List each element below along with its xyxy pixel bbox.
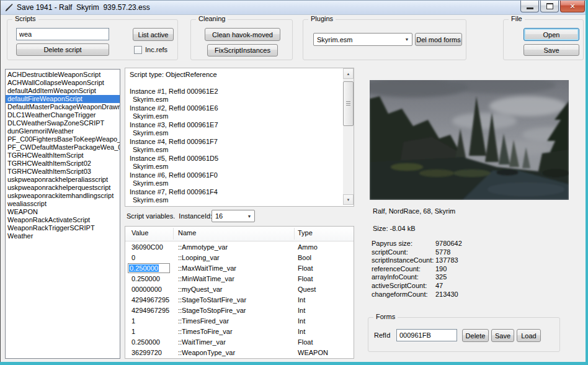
list-item[interactable]: WeaponRackTriggerSCRIPT <box>6 224 120 232</box>
instance-plugin: Skyrim.esm <box>130 112 339 121</box>
stat-row: referenceCount:190 <box>372 265 462 274</box>
inc-refs-label[interactable]: Inc.refs <box>145 46 167 53</box>
list-item[interactable]: uskpweaponrackhelperaliasscript <box>6 176 120 184</box>
list-item[interactable]: Weather <box>6 232 120 240</box>
list-item[interactable]: wealiasscript <box>6 200 120 208</box>
cell-value: 0.250000 <box>131 337 160 348</box>
table-row[interactable]: 4294967295::StageToStartFire_varInt <box>125 295 354 305</box>
table-row[interactable]: 1::TimesFired_varInt <box>125 316 354 327</box>
script-filter-input[interactable] <box>16 28 109 40</box>
variables-table-body: 36090C00::Ammotype_varAmmo0::Looping_var… <box>125 242 354 358</box>
title-bar[interactable]: Save 1941 - Ralf Skyrim 939.57.23.ess ✕ <box>1 1 586 15</box>
list-item[interactable]: DLC1WeatherChangeTrigger <box>6 111 120 119</box>
list-item[interactable]: TGRHCWealthItemScript <box>6 151 120 160</box>
instances-scrollbar[interactable]: ▲ ▼ <box>343 68 354 205</box>
save-size-label: Size: -8.04 kB <box>373 225 415 232</box>
stat-row: activeScriptCount:47 <box>372 282 462 291</box>
clean-havok-button[interactable]: Clean havok-moved <box>205 28 280 41</box>
list-item[interactable]: PF_CWDefaultMasterPackageWea_0 <box>6 143 120 151</box>
scroll-down-icon[interactable]: ▼ <box>343 194 354 205</box>
desktop-background: Save 1941 - Ralf Skyrim 939.57.23.ess ✕ … <box>0 0 588 365</box>
del-mod-forms-button[interactable]: Del mod forms <box>415 33 462 46</box>
list-item[interactable]: defaultAddItemWeaponScript <box>6 87 120 95</box>
table-row[interactable]: 0.250000::WaitTimer_varFloat <box>125 337 354 348</box>
minimize-icon <box>527 7 533 9</box>
stat-label: scriptInstanceCount: <box>372 256 435 265</box>
list-active-button[interactable]: List active <box>133 28 174 41</box>
file-group: File Open Save <box>503 19 584 60</box>
list-item[interactable]: ACHDestructibleWeaponScript <box>6 71 120 79</box>
list-item[interactable]: ACHWallCollapseWeaponScript <box>6 79 120 87</box>
stat-label: Papyrus size: <box>372 240 435 248</box>
file-group-label: File <box>509 15 525 22</box>
instance-title: Instance #1, RefId 000961E2 <box>130 88 339 96</box>
minimize-button[interactable] <box>520 1 539 12</box>
instance-title: Instance #7, RefId 000961F4 <box>130 188 339 197</box>
scrollbar-thumb[interactable] <box>343 81 354 126</box>
chevron-down-icon: ▼ <box>402 37 412 42</box>
scroll-up-icon[interactable]: ▲ <box>343 68 354 79</box>
list-item[interactable]: PF_C00FightersBaseToKeepWeapo_0 <box>6 135 120 143</box>
table-row[interactable]: 0::Looping_varBool <box>125 253 354 263</box>
cell-name: ::MaxWaitTime_var <box>178 263 236 274</box>
script-variables-label: Script variables. InstanceId: <box>127 212 212 220</box>
table-row[interactable]: 36090C00::Ammotype_varAmmo <box>125 242 354 253</box>
form-load-button[interactable]: Load <box>517 329 541 342</box>
cell-value: 1 <box>131 316 135 327</box>
column-header-name[interactable]: Name <box>178 229 196 237</box>
stat-row: Papyrus size:9780642 <box>372 240 462 248</box>
table-row[interactable]: 00000000::myQuest_varQuest <box>125 284 354 295</box>
instance-title: Instance #5, RefId 000961D5 <box>130 155 339 163</box>
cell-type: Int <box>298 295 305 305</box>
inc-refs-checkbox[interactable] <box>134 46 142 54</box>
plugins-group: Plugins Skyrim.esm ▼ Del mod forms <box>303 19 466 60</box>
column-header-value[interactable]: Value <box>131 229 148 237</box>
form-save-button[interactable]: Save <box>491 329 514 342</box>
stat-value: 325 <box>435 273 447 282</box>
table-row[interactable]: 0.250000::MinWaitTime_varFloat <box>125 274 354 284</box>
chevron-down-icon: ▼ <box>244 214 254 219</box>
list-item[interactable]: uskpweaponrackhelperquestscript <box>6 184 120 192</box>
stat-label: activeScriptCount: <box>372 282 435 291</box>
value-edit-cell[interactable]: 0.250000 <box>128 263 170 273</box>
cell-value: 0 <box>131 253 135 263</box>
list-item[interactable]: uskpweaponrackitemhandlingscript <box>6 192 120 200</box>
cell-value: 4294967295 <box>131 295 169 305</box>
cleaning-group: Cleaning Clean havok-moved FixScriptInst… <box>190 19 293 60</box>
restore-button[interactable] <box>540 1 559 12</box>
instance-id-select[interactable]: 16 ▼ <box>212 210 255 222</box>
plugins-group-label: Plugins <box>308 15 336 22</box>
cell-type: Quest <box>298 284 316 295</box>
cell-type: Int <box>298 327 305 337</box>
delete-script-button[interactable]: Delete script <box>16 43 109 56</box>
script-type-line: Script type: ObjectReference <box>130 71 339 79</box>
open-button[interactable]: Open <box>523 28 579 41</box>
variables-table: Value Name Type 36090C00::Ammotype_varAm… <box>125 226 354 359</box>
column-header-type[interactable]: Type <box>298 229 313 237</box>
plugin-select-value: Skyrim.esm <box>314 36 402 43</box>
plugin-select[interactable]: Skyrim.esm ▼ <box>313 33 412 46</box>
app-icon <box>4 3 13 12</box>
list-item[interactable]: DLCWeatherSwapZoneSCRIPT <box>6 119 120 127</box>
cell-value: 36299720 <box>131 348 162 358</box>
table-row[interactable]: 0.250000::MaxWaitTime_varFloat <box>125 263 354 274</box>
list-item[interactable]: WeaponRackActivateScript <box>6 216 120 224</box>
list-item[interactable]: WEAPON <box>6 208 120 216</box>
list-item[interactable]: TGRHCWealthItemScript03 <box>6 168 120 176</box>
refid-input[interactable] <box>396 329 457 341</box>
list-item[interactable]: dunGlenmorilWeather <box>6 127 120 135</box>
cell-value: 1 <box>131 327 135 337</box>
save-button[interactable]: Save <box>523 44 579 56</box>
table-row[interactable]: 1::TimesToFire_varInt <box>125 327 354 337</box>
table-row[interactable]: 4294967295::StageToStopFire_varInt <box>125 305 354 316</box>
list-item[interactable]: DefaultMasterPackageWeaponDrawn <box>6 103 120 111</box>
script-listbox[interactable]: ACHDestructibleWeaponScriptACHWallCollap… <box>5 69 120 359</box>
form-delete-button[interactable]: Delete <box>462 329 489 342</box>
fix-script-instances-button[interactable]: FixScriptInstances <box>207 44 278 56</box>
close-button[interactable]: ✕ <box>560 1 585 12</box>
list-item[interactable]: TGRHCWealthItemScript02 <box>6 160 120 168</box>
table-row[interactable]: 36299720::WeaponType_varWEAPON <box>125 348 354 358</box>
cleaning-group-label: Cleaning <box>196 15 228 22</box>
stat-value: 137783 <box>435 256 458 265</box>
list-item[interactable]: defaultFireWeaponScript <box>6 95 120 103</box>
